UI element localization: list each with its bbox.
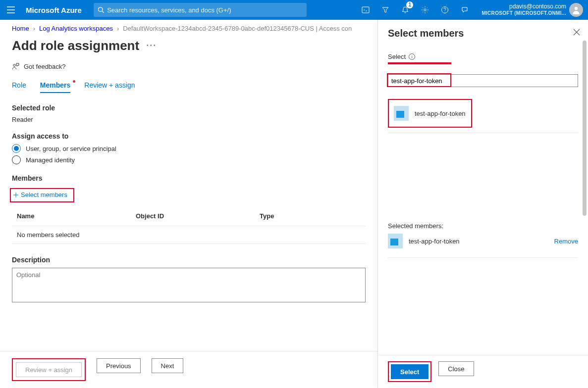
account-directory: MICROSOFT (MICROSOFT.ONMI... [481,10,566,17]
settings-button[interactable] [415,0,435,20]
info-icon[interactable]: i [409,53,415,60]
filter-label: Select i [388,53,578,60]
panel-title: Select members [388,28,578,39]
cloud-shell-button[interactable] [356,0,375,20]
close-icon [573,29,580,36]
main-content: Home › Log Analytics workspaces › Defaul… [0,20,377,388]
previous-button[interactable]: Previous [97,358,141,373]
tab-review-assign[interactable]: Review + assign [84,81,135,93]
person-icon [571,5,581,15]
annotation-select-button: Select [388,361,431,382]
hamburger-menu[interactable] [0,0,22,20]
col-name: Name [17,212,136,220]
svg-rect-1 [362,7,369,13]
feedback-icon [461,6,469,14]
breadcrumb-workspaces[interactable]: Log Analytics workspaces [39,25,113,32]
selected-role-value: Reader [12,116,366,123]
annotation-result: test-app-for-token [388,99,472,128]
search-result-item[interactable]: test-app-for-token [391,102,469,125]
chevron-right-icon: › [33,25,35,32]
selected-role-label: Selected role [12,104,366,112]
brand[interactable]: Microsoft Azure [22,6,94,14]
tab-role[interactable]: Role [12,81,26,93]
search-box[interactable] [94,3,307,17]
col-type: Type [260,212,361,220]
annotation-review-assign: Review + assign [12,358,86,381]
tab-members[interactable]: Members [40,81,70,93]
tabs: Role Members Review + assign [12,81,366,93]
annotation-filter [388,62,451,64]
account-info[interactable]: pdavis@contoso.com MICROSOFT (MICROSOFT.… [475,3,569,17]
breadcrumb-home[interactable]: Home [12,25,29,32]
selected-members-label: Selected members: [388,222,578,230]
app-icon [388,234,403,248]
members-table-header: Name Object ID Type [12,207,366,225]
person-feedback-icon [12,62,20,70]
feedback-button[interactable] [455,0,475,20]
remove-member-link[interactable]: Remove [554,238,578,245]
next-button[interactable]: Next [152,358,184,373]
help-button[interactable] [435,0,455,20]
description-input[interactable] [12,268,366,302]
review-assign-button[interactable]: Review + assign [16,362,82,377]
more-actions-button[interactable]: ··· [146,41,157,51]
assign-access-radio-group: User, group, or service principal Manage… [12,144,366,164]
select-button[interactable]: Select [391,364,428,379]
search-input[interactable] [107,6,303,14]
scrollbar-thumb[interactable] [583,41,587,216]
chevron-right-icon: › [117,25,119,32]
cloud-shell-icon [362,6,370,13]
notifications-button[interactable]: 1 [395,0,415,20]
help-icon [441,6,449,14]
footer-bar: Review + assign Previous Next [0,351,377,388]
radio-icon [12,144,21,153]
select-members-panel: Select members Select i test-app-for-tok… [377,20,588,388]
panel-footer: Select Close [378,355,588,388]
description-label: Description [12,256,366,264]
svg-point-2 [424,9,426,11]
selected-member-name: test-app-for-token [409,238,460,245]
result-name: test-app-for-token [415,110,466,117]
svg-point-4 [575,7,578,10]
filter-icon [381,6,389,14]
attention-dot-icon [73,80,75,83]
radio-managed-identity[interactable]: Managed identity [12,155,366,164]
members-label: Members [12,174,366,182]
members-table-empty: No members selected [12,226,366,244]
feedback-link[interactable]: Got feedback? [12,62,366,70]
svg-point-5 [13,64,15,66]
gear-icon [421,6,429,14]
member-search-input[interactable] [388,74,578,87]
plus-icon [13,192,19,198]
app-icon [394,106,409,121]
breadcrumb-current: DefaultWorkspace-1234abcd-2345-6789-0abc… [123,25,352,32]
notification-badge: 1 [406,1,413,8]
close-panel-button[interactable]: Close [438,361,474,376]
avatar[interactable] [569,3,583,17]
annotation-select-members: Select members [10,188,74,202]
col-object-id: Object ID [136,212,260,220]
select-members-link[interactable]: Select members [13,191,67,198]
hamburger-icon [7,6,15,13]
close-button[interactable] [573,29,580,36]
topbar: Microsoft Azure 1 pdavis@contoso.com MIC… [0,0,588,20]
account-email: pdavis@contoso.com [481,3,566,10]
page-title: Add role assignment ··· [12,38,366,53]
directory-filter-button[interactable] [375,0,395,20]
radio-user-group-sp[interactable]: User, group, or service principal [12,144,366,153]
selected-member-row: test-app-for-token Remove [388,230,578,252]
assign-access-label: Assign access to [12,132,366,140]
search-icon [98,6,104,13]
svg-point-0 [98,7,103,12]
breadcrumb: Home › Log Analytics workspaces › Defaul… [12,25,366,32]
radio-icon [12,155,21,164]
panel-scrollbar[interactable] [582,41,587,359]
